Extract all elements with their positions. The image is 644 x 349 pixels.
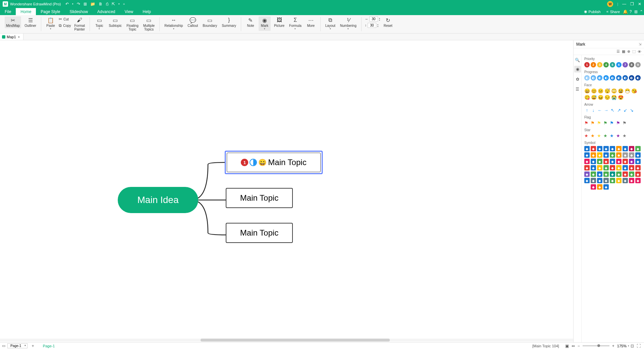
search-icon[interactable]: 🔍	[575, 58, 580, 62]
star-0[interactable]: ★	[584, 133, 590, 138]
focus-icon[interactable]: ⊡	[631, 344, 634, 348]
symbol-57[interactable]: ◆	[603, 184, 609, 190]
face-6[interactable]: 😷	[625, 88, 630, 94]
symbol-42[interactable]: ◆	[623, 171, 628, 177]
tab-outline[interactable]: ☰	[574, 86, 581, 93]
symbol-14[interactable]: ◆	[616, 152, 622, 158]
symbol-34[interactable]: ◆	[629, 165, 634, 170]
symbol-20[interactable]: ◆	[597, 159, 602, 164]
note-button[interactable]: ✎Note	[245, 16, 257, 28]
flag-0[interactable]: ⚑	[584, 120, 590, 126]
subtopic-button[interactable]: ▭Subtopic	[107, 16, 123, 28]
manage-icon[interactable]: ⬚	[632, 49, 636, 54]
zoom-level[interactable]: 175%	[617, 344, 627, 348]
symbol-23[interactable]: ◆	[616, 159, 622, 164]
doc-tab[interactable]: Map1 ●	[0, 34, 23, 40]
undo-icon[interactable]: ↶	[65, 2, 69, 6]
chevron-down-icon[interactable]: ▾	[264, 28, 265, 30]
formula-button[interactable]: ΣFormula▾	[288, 16, 303, 31]
width-spinner[interactable]: ↔▴▾	[365, 16, 380, 21]
symbol-33[interactable]: ◆	[623, 165, 628, 170]
undo-dropdown-icon[interactable]: ▾	[72, 3, 73, 5]
priority-1[interactable]: 1	[584, 62, 590, 67]
publish-button[interactable]: ◉Publish	[581, 8, 603, 15]
menu-pagestyle[interactable]: Page Style	[36, 8, 65, 15]
menu-slideshow[interactable]: Slideshow	[65, 8, 93, 15]
star-1[interactable]: ★	[591, 133, 596, 138]
help-icon[interactable]: ?	[628, 8, 633, 15]
star-4[interactable]: ★	[610, 133, 615, 138]
symbol-38[interactable]: ◆	[597, 171, 602, 177]
symbol-28[interactable]: ◆	[591, 165, 596, 170]
symbol-43[interactable]: ◆	[629, 171, 634, 177]
symbol-4[interactable]: ◆	[610, 146, 615, 151]
face-1[interactable]: 😊	[591, 88, 597, 94]
symbol-3[interactable]: ◆	[603, 146, 609, 151]
arrow-5[interactable]: ↗	[616, 108, 622, 113]
arrow-2[interactable]: ←	[597, 108, 602, 113]
width-input[interactable]	[369, 16, 378, 21]
arrow-3[interactable]: →	[603, 108, 609, 113]
menu-help[interactable]: Help	[138, 8, 156, 15]
progress-2[interactable]: ◐	[597, 75, 602, 81]
formatpainter-button[interactable]: 🖌Format Painter	[73, 16, 87, 32]
canvas[interactable]: Main Idea 1 😄 Main Topic Main Topic Main…	[0, 40, 574, 342]
progress-1[interactable]: ◐	[591, 75, 596, 81]
face-2[interactable]: 😐	[598, 88, 603, 94]
qat-more-icon[interactable]: ≡	[123, 3, 125, 6]
zoom-slider[interactable]	[583, 345, 609, 346]
callout-button[interactable]: 💬Callout	[186, 16, 199, 28]
user-avatar[interactable]: W	[607, 1, 613, 7]
priority-6[interactable]: 6	[616, 62, 622, 67]
symbol-1[interactable]: ◆	[591, 146, 596, 151]
progress-3[interactable]: ◐	[603, 75, 609, 81]
tab-mark[interactable]: ◉	[574, 66, 581, 72]
symbol-27[interactable]: ◆	[584, 165, 590, 170]
star-3[interactable]: ★	[603, 133, 609, 138]
symbol-41[interactable]: ◆	[616, 171, 622, 177]
symbol-10[interactable]: ◆	[591, 152, 596, 158]
minimize-icon[interactable]: —	[622, 2, 626, 6]
symbol-35[interactable]: ◆	[635, 165, 641, 170]
maximize-icon[interactable]: ❐	[630, 2, 634, 6]
tab-clipart[interactable]: ✿	[574, 76, 581, 83]
view-eye-icon[interactable]: 👁	[638, 50, 641, 54]
flag-2[interactable]: ⚑	[597, 120, 602, 126]
export-dropdown-icon[interactable]: ▾	[118, 3, 120, 5]
symbol-6[interactable]: ◆	[623, 146, 628, 151]
face-8[interactable]: 😋	[584, 95, 590, 100]
symbol-15[interactable]: ◆	[623, 152, 628, 158]
progress-4[interactable]: ◐	[610, 75, 615, 81]
boundary-button[interactable]: ▭Boundary	[201, 16, 218, 28]
save-icon[interactable]: 🗎	[99, 2, 103, 6]
arrow-7[interactable]: ↘	[629, 108, 634, 113]
symbol-2[interactable]: ◆	[597, 146, 602, 151]
page-tab[interactable]: Page-1	[43, 344, 55, 348]
symbol-32[interactable]: ◆	[616, 165, 622, 170]
open-icon[interactable]: 📁	[90, 2, 95, 6]
numbering-button[interactable]: ⅟Numbering▾	[339, 16, 358, 31]
progress-5[interactable]: ◐	[616, 75, 622, 81]
topic-button[interactable]: ▭Topic▾	[93, 16, 105, 31]
summary-button[interactable]: }Summary	[220, 16, 237, 28]
export-icon[interactable]: ⇱	[112, 2, 115, 6]
view-list-icon[interactable]: ☰	[616, 49, 620, 54]
symbol-55[interactable]: ◆	[591, 184, 596, 190]
symbol-45[interactable]: ◆	[584, 178, 590, 183]
symbol-18[interactable]: ◆	[584, 159, 590, 164]
collapse-ribbon-icon[interactable]: ⌃	[639, 8, 644, 15]
arrow-4[interactable]: ↖	[610, 108, 615, 113]
symbol-26[interactable]: ◆	[635, 159, 641, 164]
view-grid-icon[interactable]: ▦	[622, 49, 625, 54]
face-4[interactable]: 😳	[611, 88, 617, 94]
progress-8[interactable]: ◐	[635, 75, 641, 81]
close-tab-icon[interactable]: ●	[18, 35, 20, 39]
mindmap-button[interactable]: ✂MindMap	[5, 16, 21, 28]
symbol-37[interactable]: ◆	[591, 171, 596, 177]
face-0[interactable]: 😄	[584, 88, 590, 94]
page-select[interactable]: Page-1	[7, 343, 28, 348]
print-icon[interactable]: ⎙	[106, 2, 108, 6]
share-button[interactable]: ∝Share	[603, 8, 623, 15]
flag-5[interactable]: ⚑	[616, 120, 622, 126]
progress-0[interactable]: ◐	[584, 75, 590, 81]
